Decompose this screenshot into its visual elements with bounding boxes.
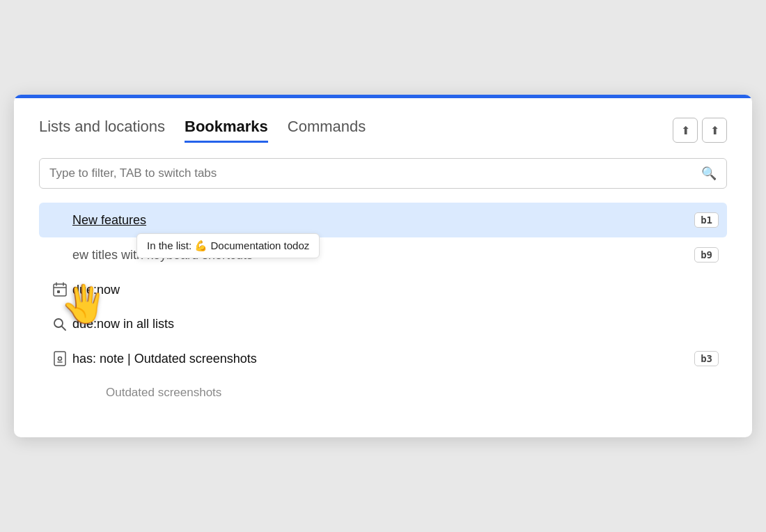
arrow-up-icon-1: ⬆ bbox=[681, 124, 690, 137]
tab-bookmarks[interactable]: Bookmarks bbox=[185, 118, 268, 142]
scroll-up-button-1[interactable]: ⬆ bbox=[673, 118, 698, 143]
search-icon: 🔍 bbox=[701, 166, 717, 181]
content-area: Lists and locations Bookmarks Commands ⬆… bbox=[14, 98, 752, 437]
search-input[interactable] bbox=[49, 166, 701, 180]
document-icon bbox=[47, 351, 72, 366]
tabs-row: Lists and locations Bookmarks Commands ⬆… bbox=[39, 118, 727, 143]
list-item[interactable]: New features b1 In the list: 💪 Documenta… bbox=[39, 203, 727, 237]
item-text-3: due:now bbox=[72, 283, 719, 297]
tooltip-text: In the list: 💪 Documentation todoz bbox=[147, 240, 309, 251]
item-text-1: New features bbox=[72, 213, 694, 228]
item-badge-1: b1 bbox=[694, 212, 719, 228]
tab-commands[interactable]: Commands bbox=[288, 118, 366, 142]
tab-lists-and-locations[interactable]: Lists and locations bbox=[39, 118, 165, 142]
list-item[interactable]: due:now in all lists bbox=[39, 307, 727, 341]
item-badge-5: b3 bbox=[694, 351, 719, 366]
item-text-6: Outdated screenshots bbox=[72, 386, 719, 400]
svg-rect-0 bbox=[54, 284, 66, 296]
list-item[interactable]: due:now bbox=[39, 272, 727, 307]
list-items: New features b1 In the list: 💪 Documenta… bbox=[39, 203, 727, 409]
tab-group: Lists and locations Bookmarks Commands bbox=[39, 118, 366, 142]
arrow-up-icon-2: ⬆ bbox=[710, 124, 719, 137]
svg-rect-4 bbox=[57, 290, 60, 293]
tooltip: In the list: 💪 Documentation todoz bbox=[136, 233, 320, 258]
item-text-5: has: note | Outdated screenshots bbox=[72, 352, 694, 366]
svg-line-6 bbox=[62, 327, 65, 330]
calendar-icon bbox=[47, 282, 72, 297]
svg-rect-7 bbox=[54, 352, 65, 366]
search-bar[interactable]: 🔍 bbox=[39, 158, 727, 189]
list-item[interactable]: Outdated screenshots bbox=[39, 376, 727, 409]
search-list-icon bbox=[47, 318, 72, 331]
main-window: Lists and locations Bookmarks Commands ⬆… bbox=[14, 95, 752, 437]
svg-point-5 bbox=[54, 319, 63, 327]
tab-actions: ⬆ ⬆ bbox=[673, 118, 727, 143]
item-badge-2: b9 bbox=[694, 247, 719, 263]
list-item[interactable]: has: note | Outdated screenshots b3 bbox=[39, 341, 727, 376]
svg-point-8 bbox=[58, 357, 62, 361]
item-text-4: due:now in all lists bbox=[72, 317, 719, 331]
scroll-up-button-2[interactable]: ⬆ bbox=[702, 118, 727, 143]
